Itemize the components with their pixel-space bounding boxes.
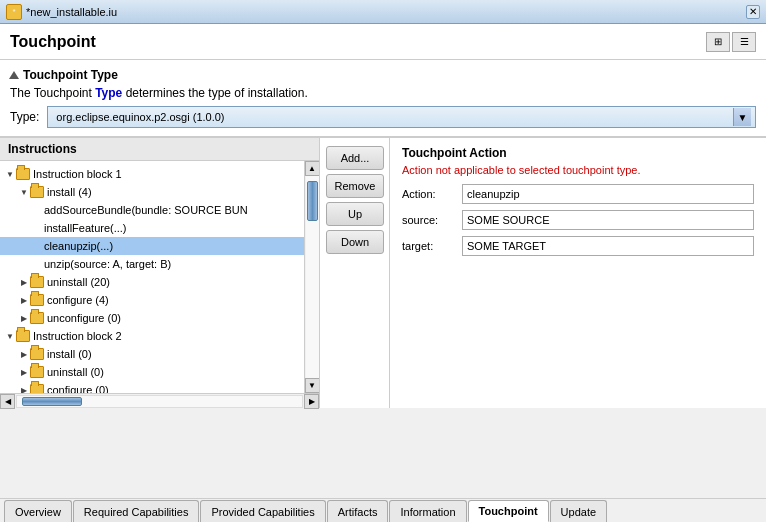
tree-node-label: uninstall (0) — [47, 366, 104, 378]
instructions-panel: Instructions ▼ Instruction block 1 ▼ — [0, 138, 320, 408]
expand-triangle-icon[interactable] — [9, 71, 19, 79]
page-content: Touchpoint ⊞ ☰ Touchpoint Type The Touch… — [0, 24, 766, 498]
tab-provided-capabilities[interactable]: Provided Capabilities — [200, 500, 325, 522]
tab-required-capabilities[interactable]: Required Capabilities — [73, 500, 200, 522]
view-toggle: ⊞ ☰ — [706, 32, 756, 52]
down-button[interactable]: Down — [326, 230, 384, 254]
action-field-row: Action: — [402, 184, 754, 204]
source-input[interactable] — [462, 210, 754, 230]
tab-touchpoint[interactable]: Touchpoint — [468, 500, 549, 522]
tree-row[interactable]: ▶ uninstall (0) — [0, 363, 304, 381]
tree-container: ▼ Instruction block 1 ▼ install (4) — [0, 161, 319, 393]
desc-post: determines the type of installation. — [122, 86, 307, 100]
tree-row[interactable]: unzip(source: A, target: B) — [0, 255, 304, 273]
tree-node-label: addSourceBundle(bundle: SOURCE BUN — [44, 204, 248, 216]
vertical-scrollbar[interactable]: ▲ ▼ — [304, 161, 319, 393]
source-label: source: — [402, 214, 462, 226]
tree-node-label: cleanupzip(...) — [44, 240, 113, 252]
source-field-row: source: — [402, 210, 754, 230]
tree-node-label: install (0) — [47, 348, 92, 360]
close-button[interactable]: ✕ — [746, 5, 760, 19]
expand-arrow-icon: ▼ — [4, 330, 16, 342]
tree-row[interactable]: ▼ Instruction block 1 — [0, 165, 304, 183]
type-dropdown-arrow-icon: ▼ — [733, 108, 751, 126]
target-input[interactable] — [462, 236, 754, 256]
tab-information[interactable]: Information — [389, 500, 466, 522]
list-view-button[interactable]: ☰ — [732, 32, 756, 52]
scroll-up-button[interactable]: ▲ — [305, 161, 320, 176]
action-buttons-panel: Add... Remove Up Down — [320, 138, 390, 408]
tree-node-label: unconfigure (0) — [47, 312, 121, 324]
up-button[interactable]: Up — [326, 202, 384, 226]
scroll-thumb[interactable] — [307, 181, 318, 221]
tree-row[interactable]: addSourceBundle(bundle: SOURCE BUN — [0, 201, 304, 219]
scroll-track[interactable] — [306, 176, 319, 378]
tree-row[interactable]: ▶ install (0) — [0, 345, 304, 363]
instructions-panel-title: Instructions — [0, 138, 319, 161]
folder-icon — [30, 384, 44, 393]
expand-arrow-icon: ▶ — [18, 366, 30, 378]
desc-type: Type — [95, 86, 122, 100]
grid-view-button[interactable]: ⊞ — [706, 32, 730, 52]
tree-node-label: Instruction block 1 — [33, 168, 122, 180]
tree-row[interactable]: ▶ unconfigure (0) — [0, 309, 304, 327]
section-description: The Touchpoint Type determines the type … — [10, 86, 756, 100]
expand-arrow-icon: ▶ — [18, 384, 30, 393]
tree-node-label: install (4) — [47, 186, 92, 198]
page-header: Touchpoint ⊞ ☰ — [0, 24, 766, 60]
tree-row[interactable]: ▶ configure (4) — [0, 291, 304, 309]
touchpoint-action-title: Touchpoint Action — [402, 146, 754, 160]
tree-row[interactable]: ▶ uninstall (20) — [0, 273, 304, 291]
folder-icon — [30, 276, 44, 288]
tab-update[interactable]: Update — [550, 500, 607, 522]
tree-node-label: installFeature(...) — [44, 222, 127, 234]
expand-arrow-icon: ▶ — [18, 312, 30, 324]
instructions-tree[interactable]: ▼ Instruction block 1 ▼ install (4) — [0, 161, 304, 393]
folder-icon — [16, 330, 30, 342]
folder-icon — [16, 168, 30, 180]
tree-row[interactable]: installFeature(...) — [0, 219, 304, 237]
window-title: *new_installable.iu — [26, 6, 746, 18]
scroll-down-button[interactable]: ▼ — [305, 378, 320, 393]
tree-node-label: uninstall (20) — [47, 276, 110, 288]
folder-icon — [30, 348, 44, 360]
folder-icon — [30, 294, 44, 306]
action-label: Action: — [402, 188, 462, 200]
touchpoint-action-panel: Touchpoint Action Action not applicable … — [390, 138, 766, 408]
tab-bar: Overview Required Capabilities Provided … — [0, 498, 766, 522]
hscroll-track[interactable] — [16, 395, 303, 408]
tab-artifacts[interactable]: Artifacts — [327, 500, 389, 522]
expand-arrow-icon: ▶ — [18, 294, 30, 306]
action-input[interactable] — [462, 184, 754, 204]
hscroll-thumb[interactable] — [22, 397, 82, 406]
scroll-left-button[interactable]: ◀ — [0, 394, 15, 409]
tree-row[interactable]: ▼ install (4) — [0, 183, 304, 201]
page-title: Touchpoint — [10, 33, 96, 51]
folder-icon — [30, 312, 44, 324]
remove-button[interactable]: Remove — [326, 174, 384, 198]
tree-row[interactable]: ▼ Instruction block 2 — [0, 327, 304, 345]
title-bar: * *new_installable.iu ✕ — [0, 0, 766, 24]
type-dropdown[interactable]: org.eclipse.equinox.p2.osgi (1.0.0) ▼ — [47, 106, 756, 128]
add-button[interactable]: Add... — [326, 146, 384, 170]
expand-arrow-icon: ▼ — [4, 168, 16, 180]
scroll-right-button[interactable]: ▶ — [304, 394, 319, 409]
type-row: Type: org.eclipse.equinox.p2.osgi (1.0.0… — [10, 106, 756, 128]
horizontal-scrollbar[interactable]: ◀ ▶ — [0, 393, 319, 408]
expand-arrow-icon: ▼ — [18, 186, 30, 198]
tree-row[interactable]: cleanupzip(...) — [0, 237, 304, 255]
folder-icon — [30, 186, 44, 198]
desc-pre: The Touchpoint — [10, 86, 95, 100]
section-title: Touchpoint Type — [23, 68, 118, 82]
touchpoint-type-section: Touchpoint Type The Touchpoint Type dete… — [0, 60, 766, 137]
type-select-value: org.eclipse.equinox.p2.osgi (1.0.0) — [52, 111, 733, 123]
error-message: Action not applicable to selected touchp… — [402, 164, 754, 176]
target-field-row: target: — [402, 236, 754, 256]
section-header: Touchpoint Type — [10, 68, 756, 82]
tree-row[interactable]: ▶ configure (0) — [0, 381, 304, 393]
main-window: * *new_installable.iu ✕ Touchpoint ⊞ ☰ T… — [0, 0, 766, 522]
tab-overview[interactable]: Overview — [4, 500, 72, 522]
tree-node-label: configure (4) — [47, 294, 109, 306]
type-label: Type: — [10, 110, 39, 124]
expand-arrow-icon: ▶ — [18, 348, 30, 360]
